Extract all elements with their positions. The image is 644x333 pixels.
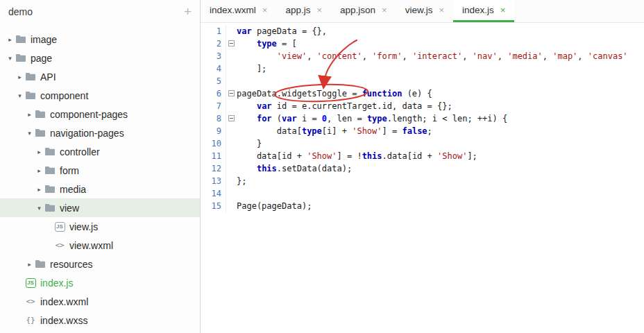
close-icon[interactable]: ×: [262, 5, 268, 15]
code-line[interactable]: 7 var id = e.currentTarget.id, data = {}…: [201, 100, 644, 112]
file-tree[interactable]: ▸image▾page▸API▾component▸component-page…: [0, 23, 200, 333]
gutter-spacer: [226, 187, 237, 200]
file-type-js-icon: JS: [24, 278, 37, 288]
gutter-spacer: [226, 100, 237, 112]
close-icon[interactable]: ×: [500, 5, 506, 15]
tree-item-media[interactable]: ▸media: [0, 180, 200, 198]
close-icon[interactable]: ×: [382, 5, 387, 15]
code-line[interactable]: 3 'view', 'content', 'form', 'interact',…: [201, 50, 644, 62]
code-line[interactable]: 6pageData.widgetsToggle = function (e) {: [201, 87, 644, 100]
folder-icon: [34, 128, 46, 137]
gutter-spacer: [226, 150, 237, 162]
close-icon[interactable]: ×: [439, 5, 444, 15]
file-type-wxml-icon: <>: [53, 241, 66, 250]
chevron-right-icon[interactable]: ▸: [35, 186, 44, 193]
tree-item-index.js[interactable]: JSindex.js: [0, 273, 200, 292]
file-type-wxml-icon: <>: [24, 297, 37, 306]
chevron-down-icon[interactable]: ▾: [6, 55, 15, 62]
project-header: demo +: [0, 0, 200, 23]
tab-view.js[interactable]: view.js×: [396, 0, 453, 22]
line-number: 3: [201, 50, 226, 62]
file-type-js-icon: JS: [53, 222, 66, 232]
tree-item-view.js[interactable]: JSview.js: [0, 217, 200, 236]
chevron-down-icon[interactable]: ▾: [25, 130, 34, 137]
chevron-right-icon[interactable]: ▸: [6, 36, 15, 43]
tree-item-label: view.js: [69, 221, 98, 232]
fold-gutter: [226, 87, 237, 100]
line-number: 5: [201, 75, 226, 87]
code-line[interactable]: 1var pageData = {},: [201, 25, 644, 37]
folder-icon: [34, 259, 46, 268]
folder-icon: [34, 110, 46, 119]
tree-item-component[interactable]: ▾component: [0, 86, 200, 105]
chevron-right-icon[interactable]: ▸: [25, 261, 34, 268]
tab-app.json[interactable]: app.json×: [331, 0, 396, 22]
fold-gutter: [226, 112, 237, 125]
code-text: pageData.widgetsToggle = function (e) {: [237, 87, 432, 100]
code-text: var id = e.currentTarget.id, data = {};: [237, 100, 452, 112]
code-line[interactable]: 10 }: [201, 137, 644, 150]
collapse-icon[interactable]: [228, 40, 235, 46]
code-line[interactable]: 2 type = [: [201, 37, 644, 50]
folder-icon: [44, 185, 56, 194]
close-icon[interactable]: ×: [316, 5, 322, 15]
tree-item-index.wxml[interactable]: <>index.wxml: [0, 292, 200, 311]
folder-icon: [15, 35, 27, 44]
tab-app.js[interactable]: app.js×: [276, 0, 331, 22]
tree-item-label: component-pages: [50, 109, 128, 120]
chevron-right-icon[interactable]: ▸: [35, 148, 44, 155]
line-number: 7: [201, 100, 226, 112]
tree-item-view.wxml[interactable]: <>view.wxml: [0, 236, 200, 255]
line-number: 14: [201, 187, 226, 200]
ide-window: demo + ▸image▾page▸API▾component▸compone…: [0, 0, 644, 333]
line-number: 10: [201, 137, 226, 150]
tab-index.js[interactable]: index.js×: [453, 0, 514, 22]
file-type-wxss-icon: {}: [24, 316, 37, 325]
chevron-down-icon[interactable]: ▾: [35, 205, 44, 212]
code-line[interactable]: 15Page(pageData);: [201, 200, 644, 212]
code-text: var pageData = {},: [237, 25, 327, 37]
tree-item-API[interactable]: ▸API: [0, 67, 200, 86]
tree-item-label: form: [60, 165, 79, 176]
collapse-icon[interactable]: [228, 115, 235, 121]
project-title: demo: [8, 6, 33, 17]
code-line[interactable]: 13};: [201, 175, 644, 187]
code-editor[interactable]: 1var pageData = {},2 type = [3 'view', '…: [201, 23, 644, 333]
tree-item-resources[interactable]: ▸resources: [0, 255, 200, 273]
code-line[interactable]: 4 ];: [201, 62, 644, 75]
tab-index.wxml[interactable]: index.wxml×: [201, 0, 276, 22]
collapse-icon[interactable]: [228, 90, 235, 96]
tree-item-image[interactable]: ▸image: [0, 30, 200, 49]
tree-item-label: view.wxml: [69, 240, 113, 251]
code-line[interactable]: 5: [201, 75, 644, 87]
tree-item-component-pages[interactable]: ▸component-pages: [0, 105, 200, 123]
code-line[interactable]: 12 this.setData(data);: [201, 162, 644, 175]
tree-item-page[interactable]: ▾page: [0, 49, 200, 67]
chevron-right-icon[interactable]: ▸: [35, 167, 44, 174]
tree-item-form[interactable]: ▸form: [0, 161, 200, 180]
tree-item-navigation-pages[interactable]: ▾navigation-pages: [0, 123, 200, 142]
code-lines: 1var pageData = {},2 type = [3 'view', '…: [201, 25, 644, 212]
tree-item-label: index.wxss: [40, 315, 87, 326]
gutter-spacer: [226, 125, 237, 137]
tree-item-controller[interactable]: ▸controller: [0, 142, 200, 161]
chevron-right-icon[interactable]: ▸: [15, 74, 24, 80]
code-line[interactable]: 8 for (var i = 0, len = type.length; i <…: [201, 112, 644, 125]
code-text: }: [237, 137, 262, 150]
tab-label: app.json: [340, 5, 375, 15]
folder-icon: [44, 203, 56, 212]
folder-icon: [24, 72, 37, 81]
add-button[interactable]: +: [184, 5, 192, 18]
tree-item-view[interactable]: ▾view: [0, 198, 200, 217]
chevron-right-icon[interactable]: ▸: [25, 111, 34, 118]
gutter-spacer: [226, 25, 237, 37]
code-line[interactable]: 9 data[type[i] + 'Show'] = false;: [201, 125, 644, 137]
tab-strip: index.wxml×app.js×app.json×view.js×index…: [201, 0, 644, 23]
line-number: 8: [201, 112, 226, 125]
folder-icon: [15, 53, 27, 62]
code-line[interactable]: 14: [201, 187, 644, 200]
code-line[interactable]: 11 data[id + 'Show'] = !this.data[id + '…: [201, 150, 644, 162]
tab-label: view.js: [405, 5, 433, 15]
tree-item-index.wxss[interactable]: {}index.wxss: [0, 311, 200, 330]
chevron-down-icon[interactable]: ▾: [15, 92, 24, 99]
